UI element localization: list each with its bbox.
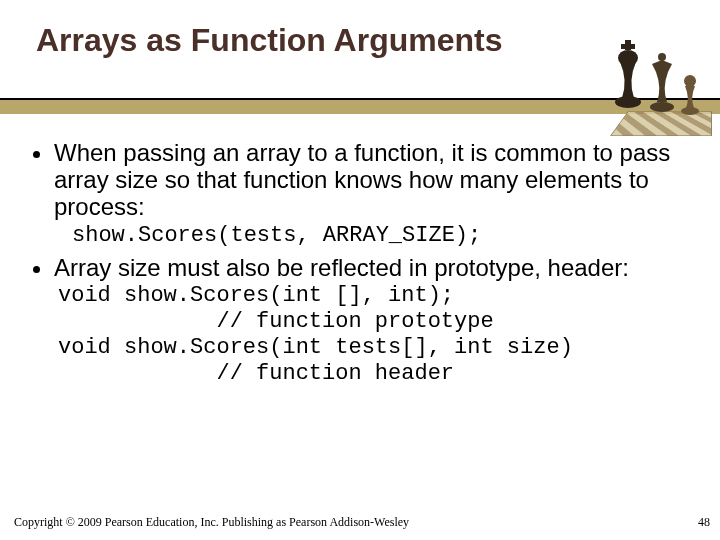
- svg-point-5: [650, 102, 674, 112]
- code-block-1: show.Scores(tests, ARRAY_SIZE);: [72, 223, 696, 249]
- svg-point-3: [615, 96, 641, 108]
- svg-point-4: [658, 53, 666, 61]
- chess-king-icon: [612, 40, 644, 110]
- copyright-footer: Copyright © 2009 Pearson Education, Inc.…: [14, 515, 409, 530]
- bullet-2: Array size must also be reflected in pro…: [54, 255, 696, 282]
- bullet-1: When passing an array to a function, it …: [54, 140, 696, 221]
- bullet-2-text: Array size must also be reflected in pro…: [54, 254, 629, 281]
- chess-queen-icon: [648, 52, 676, 114]
- svg-point-7: [681, 107, 699, 115]
- bullet-list-2: Array size must also be reflected in pro…: [28, 255, 696, 282]
- chess-decor: [582, 6, 712, 136]
- chess-pawn-icon: [680, 74, 700, 116]
- bullet-1-text: When passing an array to a function, it …: [54, 139, 670, 220]
- content-area: When passing an array to a function, it …: [28, 140, 696, 391]
- page-number: 48: [698, 515, 710, 530]
- slide: Arrays as Function Arguments: [0, 0, 720, 540]
- bullet-list: When passing an array to a function, it …: [28, 140, 696, 221]
- svg-rect-1: [621, 44, 635, 49]
- code-block-2: void show.Scores(int [], int); // functi…: [58, 283, 696, 387]
- svg-point-6: [684, 75, 696, 87]
